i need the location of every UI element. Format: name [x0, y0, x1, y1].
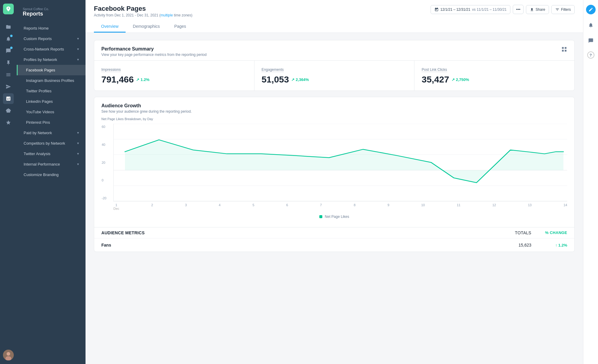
sidebar-item-profiles-by-network[interactable]: Profiles by Network ▼ — [17, 54, 86, 65]
chart-legend: Net Page Likes — [101, 212, 567, 221]
sidebar-item-twitter-profiles[interactable]: Twitter Profiles — [17, 86, 86, 96]
sidebar-item-paid-by-network[interactable]: Paid by Network ▼ — [17, 128, 86, 138]
more-options-button[interactable]: ••• — [513, 5, 524, 14]
chevron-icon: ▼ — [77, 163, 80, 166]
chevron-icon: ▼ — [77, 142, 80, 145]
right-panel-icons: ? — [583, 0, 598, 364]
post-link-clicks-value: 35,427 ↗ 2,750% — [422, 74, 567, 85]
sidebar-item-facebook-pages[interactable]: Facebook Pages — [17, 65, 86, 75]
user-avatar[interactable] — [3, 350, 14, 360]
x-label-5: 5 — [252, 203, 254, 210]
sidebar-item-reports-home[interactable]: Reports Home — [17, 23, 86, 33]
tab-overview[interactable]: Overview — [94, 21, 126, 33]
chevron-icon: ▼ — [77, 152, 80, 155]
sidebar-item-competitors-by-network[interactable]: Competitors by Network ▼ — [17, 138, 86, 149]
col-header-totals: Totals — [495, 230, 531, 235]
sidebar-item-internal-performance[interactable]: Internal Performance ▼ — [17, 159, 86, 169]
x-label-8: 8 — [354, 203, 356, 210]
grid-view-icon[interactable] — [561, 46, 567, 53]
comparison-text: vs 11/1/21 – 11/30/21 — [472, 7, 507, 12]
x-label-11: 11 — [457, 203, 460, 210]
filters-icon — [555, 7, 559, 12]
sidebar-item-custom-reports[interactable]: Custom Reports ▼ — [17, 33, 86, 44]
x-label-3: 3 — [185, 203, 187, 210]
share-icon — [530, 7, 534, 12]
row-fans-label: Fans — [101, 243, 495, 247]
audience-growth-card: Audience Growth See how your audience gr… — [94, 97, 575, 252]
legend-label: Net Page Likes — [325, 215, 349, 219]
sidebar-item-youtube-videos[interactable]: YouTube Videos — [17, 107, 86, 117]
row-fans-total: 15,623 — [495, 243, 531, 247]
header-controls: 12/1/21 – 12/31/21 vs 11/1/21 – 11/30/21… — [431, 5, 575, 14]
tab-pages[interactable]: Pages — [167, 21, 193, 33]
post-link-clicks-label: Post Link Clicks — [422, 68, 447, 72]
y-axis: 60 40 20 0 -20 — [102, 124, 106, 201]
sidebar-header: Sprout Coffee Co. Reports — [17, 2, 86, 23]
nav-icon-bot[interactable] — [3, 105, 14, 116]
engagements-change: ↗ 2,364% — [291, 77, 309, 82]
app-logo[interactable] — [3, 4, 14, 14]
metric-post-link-clicks: Post Link Clicks 35,427 ↗ 2,750% — [414, 61, 574, 91]
nav-icon-star[interactable] — [3, 117, 14, 128]
chevron-icon: ▼ — [77, 58, 80, 61]
x-label-1: 1Dec — [113, 203, 119, 210]
y-value-0: 0 — [102, 178, 106, 182]
x-label-6: 6 — [286, 203, 288, 210]
nav-icon-pin[interactable] — [3, 57, 14, 68]
col-header-metrics: Audience Metrics — [101, 230, 495, 235]
sidebar-item-instagram-business[interactable]: Instagram Business Profiles — [17, 75, 86, 86]
nav-icon-chat[interactable] — [3, 45, 14, 56]
nav-icon-send[interactable] — [3, 81, 14, 92]
sidebar: Sprout Coffee Co. Reports Reports Home C… — [17, 0, 86, 364]
sidebar-item-pinterest-pins[interactable]: Pinterest Pins — [17, 117, 86, 128]
app-section: Reports — [23, 11, 80, 17]
share-button[interactable]: Share — [526, 5, 549, 14]
notification-badge — [10, 35, 13, 37]
nav-icon-bell[interactable] — [3, 33, 14, 44]
chevron-icon: ▼ — [77, 48, 80, 51]
metric-engagements: Engagements 51,053 ↗ 2,364% — [254, 61, 415, 91]
nav-icon-hamburger[interactable] — [3, 69, 14, 80]
chevron-icon: ▼ — [77, 131, 80, 134]
nav-icon-folder[interactable] — [3, 22, 14, 32]
right-bell-icon[interactable] — [586, 20, 596, 30]
date-picker-button[interactable]: 12/1/21 – 12/31/21 vs 11/1/21 – 11/30/21 — [431, 5, 511, 14]
audience-growth-subtitle: See how your audience grew during the re… — [101, 109, 192, 114]
metric-impressions: Impressions 791,466 ↗ 1.2% — [94, 61, 254, 91]
tab-demographics[interactable]: Demographics — [126, 21, 167, 33]
nav-icon-analytics[interactable] — [3, 93, 14, 104]
metrics-row: Impressions 791,466 ↗ 1.2% Engagements 5… — [94, 60, 574, 91]
chat-badge — [10, 47, 13, 49]
share-label: Share — [536, 7, 545, 12]
right-chat-icon[interactable] — [586, 36, 596, 45]
sidebar-item-twitter-analysis[interactable]: Twitter Analysis ▼ — [17, 149, 86, 159]
x-label-14: 14 — [564, 203, 567, 210]
y-value-20: 20 — [102, 161, 106, 164]
audience-growth-title: Audience Growth — [101, 103, 192, 108]
right-help-icon[interactable]: ? — [587, 51, 594, 59]
performance-summary-card: Performance Summary View your key page p… — [94, 40, 575, 91]
compose-button[interactable] — [586, 5, 596, 14]
impressions-change: ↗ 1.2% — [136, 77, 149, 82]
page-title-area: Facebook Pages Activity from Dec 1, 2021… — [94, 5, 192, 17]
engagements-value: 51,053 ↗ 2,364% — [262, 74, 407, 85]
y-value-neg20: -20 — [102, 196, 106, 200]
sidebar-item-linkedin-pages[interactable]: LinkedIn Pages — [17, 96, 86, 107]
col-header-change: % Change — [531, 230, 567, 235]
tabs-bar: Overview Demographics Pages — [94, 21, 575, 33]
company-name: Sprout Coffee Co. — [23, 7, 80, 11]
sidebar-item-customize-branding[interactable]: Customize Branding — [17, 169, 86, 180]
filters-button[interactable]: Filters — [551, 5, 575, 14]
sidebar-item-cross-network[interactable]: Cross-Network Reports ▼ — [17, 44, 86, 54]
post-link-clicks-change: ↗ 2,750% — [451, 77, 469, 82]
chart-area: 60 40 20 0 -20 — [113, 124, 567, 201]
svg-point-1 — [7, 352, 10, 356]
x-label-12: 12 — [492, 203, 496, 210]
timezone-link[interactable]: multiple — [161, 13, 173, 17]
impressions-value: 791,466 ↗ 1.2% — [101, 74, 247, 85]
table-row-fans: Fans 15,623 ↑ 1.2% — [94, 238, 574, 252]
line-chart-svg — [114, 124, 567, 201]
x-axis: 1Dec 2 3 4 5 6 7 8 9 10 11 12 13 14 — [113, 201, 567, 212]
icon-rail — [0, 0, 17, 364]
audience-metrics-header: Audience Metrics Totals % Change — [94, 227, 574, 238]
